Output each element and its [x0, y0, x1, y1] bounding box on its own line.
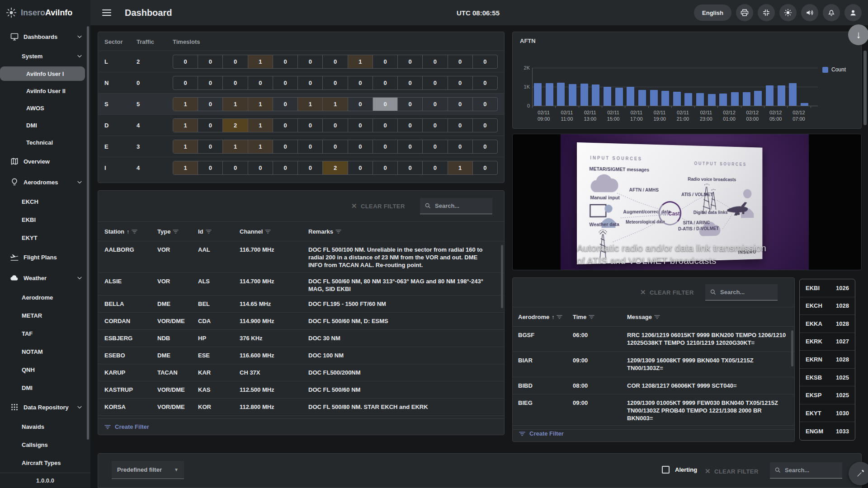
- timeslot-cell[interactable]: 0: [397, 55, 422, 68]
- timeslot-cell[interactable]: 0: [472, 98, 497, 111]
- sound-button[interactable]: [801, 4, 818, 21]
- chart-legend[interactable]: Count: [822, 66, 846, 73]
- chart-bar[interactable]: [778, 85, 785, 106]
- table-row[interactable]: KASTRUPVOR/DMEKAS112.500 MHzDOC FL 500/6…: [98, 381, 504, 399]
- chart-bar[interactable]: [789, 83, 797, 106]
- timeslot-cell[interactable]: 0: [348, 98, 373, 111]
- timeslot-cell[interactable]: 0: [198, 119, 222, 132]
- theme-toggle-button[interactable]: [779, 4, 797, 21]
- timeslot-cell[interactable]: 1: [222, 98, 247, 111]
- sector-row-e[interactable]: E31011000000000: [98, 136, 504, 157]
- timeslot-cell[interactable]: 0: [322, 55, 347, 68]
- timeslot-cell[interactable]: 1: [222, 140, 247, 153]
- table-scrollbar[interactable]: [501, 245, 503, 308]
- timeslot-cell[interactable]: 0: [472, 119, 497, 132]
- timeslot-cell[interactable]: 0: [322, 76, 347, 89]
- timeslot-cell[interactable]: 0: [198, 161, 222, 174]
- timeslot-cell[interactable]: 0: [273, 119, 297, 132]
- timeslot-cell[interactable]: 1: [348, 55, 373, 68]
- timeslot-cell[interactable]: 0: [422, 55, 447, 68]
- menu-icon[interactable]: [102, 9, 111, 16]
- timeslot-cell[interactable]: 0: [222, 55, 247, 68]
- column-header-time[interactable]: Time: [573, 314, 594, 320]
- timeslot-cell[interactable]: 0: [297, 140, 322, 153]
- qnh-row-eksp[interactable]: EKSP1025: [800, 386, 855, 404]
- search-input[interactable]: [435, 202, 485, 209]
- chart-bar[interactable]: [615, 88, 623, 106]
- create-filter-button[interactable]: Create Filter: [98, 418, 504, 435]
- table-row[interactable]: BGSF06:00RRC 1206/1219 06015KT 9999 BKN2…: [513, 327, 794, 352]
- alerting-checkbox[interactable]: [662, 466, 670, 474]
- chart-bar[interactable]: [638, 90, 646, 106]
- sidebar-item-aerodromes[interactable]: Aerodromes: [0, 172, 90, 192]
- timeslot-cell[interactable]: 0: [422, 161, 447, 174]
- timeslot-cell[interactable]: 0: [422, 140, 447, 153]
- page-scrollbar[interactable]: [863, 51, 867, 125]
- timeslot-cell[interactable]: 1: [173, 119, 198, 132]
- chart-bar[interactable]: [592, 84, 599, 106]
- table-row[interactable]: KARUPTACANKARCH 37XDOC FL500/200NM: [98, 364, 504, 381]
- chart-bar[interactable]: [708, 94, 716, 106]
- timeslot-cell[interactable]: 0: [222, 76, 247, 89]
- column-header-message[interactable]: Message: [627, 314, 660, 320]
- timeslot-cell[interactable]: 0: [297, 76, 322, 89]
- sidebar-item-navaids[interactable]: Navaids: [0, 418, 90, 436]
- sidebar-item-qnh[interactable]: QNH: [0, 361, 90, 379]
- timeslot-cell[interactable]: 0: [198, 76, 222, 89]
- timeslot-cell[interactable]: 1: [173, 140, 198, 153]
- table-scrollbar[interactable]: [791, 330, 793, 366]
- timeslot-cell[interactable]: 0: [373, 140, 397, 153]
- sidebar-item-ekbi[interactable]: EKBI: [0, 211, 90, 229]
- timeslot-cell[interactable]: 0: [472, 140, 497, 153]
- edit-button[interactable]: [849, 462, 868, 485]
- timeslot-cell[interactable]: 0: [198, 98, 222, 111]
- sidebar-item-taf[interactable]: TAF: [0, 324, 90, 343]
- timeslot-cell[interactable]: 1: [248, 55, 273, 68]
- sector-row-n[interactable]: N00000000000000: [98, 72, 504, 94]
- sidebar-item-overview[interactable]: Overview: [0, 151, 90, 172]
- table-row[interactable]: BIBD08:00COR 1208/1217 06006KT 9999 SCT0…: [513, 377, 794, 394]
- timeslot-cell[interactable]: 0: [373, 161, 397, 174]
- qnh-row-ekyt[interactable]: EKYT1030: [800, 404, 855, 422]
- sidebar-item-system[interactable]: System: [0, 47, 90, 65]
- timeslot-cell[interactable]: 0: [448, 76, 472, 89]
- sector-row-d[interactable]: D41021000000000: [98, 115, 504, 136]
- timeslot-cell[interactable]: 0: [173, 76, 198, 89]
- timeslot-cell[interactable]: 0: [448, 55, 472, 68]
- chart-bar[interactable]: [684, 93, 692, 106]
- sidebar-item-dmi[interactable]: DMI: [0, 379, 90, 397]
- timeslot-cell[interactable]: 0: [322, 140, 347, 153]
- timeslot-cell[interactable]: 1: [248, 140, 273, 153]
- chart-bar[interactable]: [557, 83, 565, 106]
- timeslot-cell[interactable]: 1: [248, 98, 273, 111]
- timeslot-cell[interactable]: 0: [373, 119, 397, 132]
- timeslot-cell[interactable]: 0: [422, 76, 447, 89]
- table-row[interactable]: BIAR09:001209/1309 16008KT 9999 BKN040 T…: [513, 352, 794, 377]
- timeslot-cell[interactable]: 0: [472, 55, 497, 68]
- timeslot-cell[interactable]: 0: [397, 76, 422, 89]
- timeslot-cell[interactable]: 1: [248, 119, 273, 132]
- sidebar-item-aircraft-types[interactable]: Aircraft Types: [0, 454, 90, 472]
- sidebar-item-weather[interactable]: Weather: [0, 267, 90, 288]
- timeslot-cell[interactable]: 0: [348, 119, 373, 132]
- chart-bar[interactable]: [743, 92, 750, 106]
- chart-bar[interactable]: [627, 87, 634, 106]
- sidebar-item-notam[interactable]: NOTAM: [0, 343, 90, 361]
- timeslot-cell[interactable]: 0: [397, 98, 422, 111]
- sidebar-item-awos[interactable]: AWOS: [0, 99, 90, 117]
- sidebar-item-metar[interactable]: METAR: [0, 306, 90, 324]
- timeslot-cell[interactable]: 0: [297, 161, 322, 174]
- timeslot-cell[interactable]: 0: [373, 98, 397, 111]
- timeslot-cell[interactable]: 0: [198, 55, 222, 68]
- sidebar-item-ekyt[interactable]: EKYT: [0, 229, 90, 247]
- timeslot-cell[interactable]: 0: [198, 140, 222, 153]
- chart-bar[interactable]: [650, 90, 658, 106]
- qnh-row-ekch[interactable]: EKCH1028: [800, 297, 855, 315]
- table-row[interactable]: BELLADMEBEL114.65 MHzDOC FL195 - 1500 FT…: [98, 296, 504, 313]
- clear-filter-button[interactable]: ✕CLEAR FILTER: [640, 288, 694, 296]
- exit-fullscreen-button[interactable]: [758, 4, 775, 21]
- timeslot-cell[interactable]: 0: [448, 119, 472, 132]
- timeslot-cell[interactable]: 0: [222, 161, 247, 174]
- qnh-row-ekrn[interactable]: EKRN1028: [800, 351, 855, 369]
- sidebar-item-callsigns[interactable]: Callsigns: [0, 436, 90, 454]
